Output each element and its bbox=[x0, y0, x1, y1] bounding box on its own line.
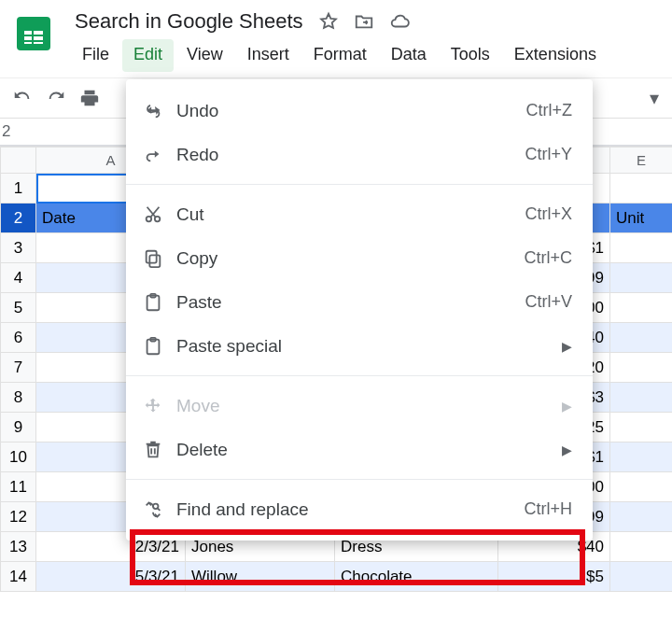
menu-bar: File Edit View Insert Format Data Tools … bbox=[62, 39, 665, 72]
menu-item-redo[interactable]: Redo Ctrl+Y bbox=[126, 133, 593, 176]
move-icon bbox=[143, 396, 176, 416]
menu-extensions[interactable]: Extensions bbox=[503, 39, 608, 72]
menu-file[interactable]: File bbox=[71, 39, 120, 72]
copy-icon bbox=[143, 248, 176, 269]
cut-icon bbox=[143, 204, 176, 225]
redo-icon bbox=[143, 145, 176, 165]
menu-item-move: Move ▶ bbox=[126, 384, 593, 428]
menu-item-undo[interactable]: Undo Ctrl+Z bbox=[126, 89, 593, 133]
menu-item-paste-special[interactable]: Paste special ▶ bbox=[126, 324, 593, 368]
menu-item-find-replace[interactable]: Find and replace Ctrl+H bbox=[126, 487, 593, 531]
menu-insert[interactable]: Insert bbox=[236, 39, 301, 72]
menu-item-delete[interactable]: Delete ▶ bbox=[126, 428, 593, 471]
move-folder-icon[interactable] bbox=[354, 11, 374, 32]
menu-item-label: Redo bbox=[176, 145, 525, 165]
row-1-header[interactable]: 1 bbox=[1, 174, 36, 204]
menu-item-shortcut: Ctrl+Z bbox=[526, 101, 573, 120]
cloud-status-icon[interactable] bbox=[389, 11, 410, 32]
paste-special-icon bbox=[143, 336, 176, 357]
find-replace-icon bbox=[143, 499, 176, 520]
menu-item-shortcut: Ctrl+X bbox=[525, 204, 572, 224]
col-E-header[interactable]: E bbox=[610, 147, 673, 174]
menu-item-label: Cut bbox=[176, 204, 525, 225]
submenu-arrow-icon: ▶ bbox=[562, 442, 572, 457]
submenu-arrow-icon: ▶ bbox=[562, 339, 572, 354]
delete-icon bbox=[143, 440, 176, 460]
menu-item-label: Paste bbox=[176, 292, 525, 313]
menu-data[interactable]: Data bbox=[380, 39, 438, 72]
menu-separator bbox=[126, 479, 593, 480]
menu-separator bbox=[126, 184, 593, 185]
sheets-logo-icon[interactable] bbox=[11, 11, 56, 56]
menu-tools[interactable]: Tools bbox=[440, 39, 501, 72]
menu-item-shortcut: Ctrl+Y bbox=[525, 145, 572, 164]
document-title[interactable]: Search in Google Sheets bbox=[75, 9, 303, 34]
menu-item-label: Undo bbox=[176, 101, 526, 121]
redo-button[interactable] bbox=[39, 81, 73, 115]
undo-icon bbox=[143, 101, 176, 121]
menu-item-label: Copy bbox=[176, 248, 524, 269]
edit-menu-dropdown: Undo Ctrl+Z Redo Ctrl+Y Cut Ctrl+X Copy … bbox=[126, 79, 593, 541]
menu-item-label: Find and replace bbox=[176, 499, 524, 520]
menu-item-cut[interactable]: Cut Ctrl+X bbox=[126, 192, 593, 236]
star-icon[interactable] bbox=[318, 11, 339, 32]
undo-button[interactable] bbox=[6, 81, 39, 115]
title-action-icons bbox=[318, 11, 410, 32]
menu-item-label: Delete bbox=[176, 440, 551, 460]
menu-item-paste[interactable]: Paste Ctrl+V bbox=[126, 280, 593, 324]
sheet-row[interactable]: 145/3/21WillowChocolate$5 bbox=[1, 562, 673, 592]
toolbar-overflow-icon[interactable]: ▾ bbox=[650, 87, 666, 109]
menu-separator bbox=[126, 375, 593, 376]
menu-item-shortcut: Ctrl+C bbox=[524, 248, 572, 268]
app-header: Search in Google Sheets File Edit View I… bbox=[0, 0, 672, 72]
row-2-header[interactable]: 2 bbox=[1, 204, 36, 233]
select-all-corner[interactable] bbox=[1, 147, 36, 174]
menu-view[interactable]: View bbox=[175, 39, 234, 72]
submenu-arrow-icon: ▶ bbox=[562, 399, 572, 414]
svg-rect-4 bbox=[147, 250, 157, 262]
menu-item-copy[interactable]: Copy Ctrl+C bbox=[126, 236, 593, 280]
print-button[interactable] bbox=[73, 81, 106, 115]
name-box[interactable]: 2 bbox=[0, 120, 14, 143]
cell-E2[interactable]: Unit bbox=[610, 204, 673, 233]
menu-item-label: Move bbox=[176, 396, 551, 416]
svg-rect-3 bbox=[149, 255, 160, 267]
menu-item-shortcut: Ctrl+V bbox=[525, 292, 572, 312]
paste-icon bbox=[143, 292, 176, 313]
menu-edit[interactable]: Edit bbox=[122, 39, 174, 72]
menu-item-label: Paste special bbox=[176, 336, 551, 357]
menu-item-shortcut: Ctrl+H bbox=[524, 499, 572, 519]
menu-format[interactable]: Format bbox=[302, 39, 378, 72]
